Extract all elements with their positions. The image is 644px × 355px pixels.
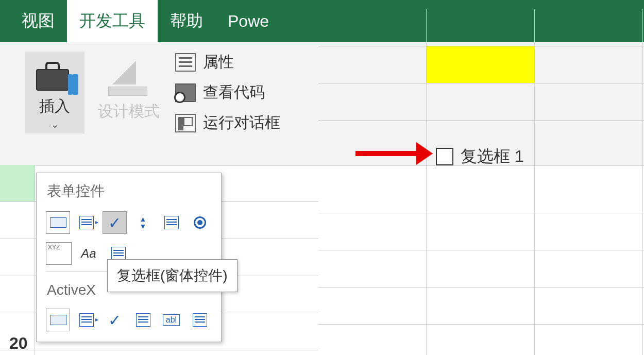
highlighted-cell[interactable] bbox=[427, 46, 535, 83]
properties-button[interactable]: 属性 bbox=[175, 52, 280, 73]
insert-controls-popup: 表单控件 ✓ ▲▼ XYZ Aa ActiveX ✓ abl bbox=[36, 173, 222, 342]
design-mode-icon bbox=[108, 57, 149, 98]
tab-help[interactable]: 帮助 bbox=[158, 0, 215, 42]
listbox-control[interactable] bbox=[159, 211, 183, 234]
chevron-down-icon: ⌄ bbox=[51, 119, 59, 130]
toolbox-icon bbox=[34, 57, 75, 93]
spinner-control[interactable]: ▲▼ bbox=[131, 211, 155, 234]
checkbox-control[interactable]: ✓ bbox=[103, 211, 127, 234]
properties-label: 属性 bbox=[203, 52, 234, 73]
form-controls-section-title: 表单控件 bbox=[37, 173, 221, 207]
row-headers bbox=[0, 165, 35, 355]
ax-scrollbar-control[interactable] bbox=[188, 309, 212, 331]
design-mode-label: 设计模式 bbox=[98, 101, 160, 122]
combobox-control[interactable] bbox=[74, 211, 98, 234]
run-dialog-button[interactable]: 运行对话框 bbox=[175, 112, 280, 133]
button-control[interactable] bbox=[46, 211, 70, 234]
ax-listbox-control[interactable] bbox=[131, 309, 155, 331]
insert-controls-button[interactable]: 插入 ⌄ bbox=[25, 52, 84, 133]
view-code-button[interactable]: 查看代码 bbox=[175, 82, 280, 103]
label-control[interactable]: Aa bbox=[76, 242, 101, 265]
checkbox-label: 复选框 1 bbox=[461, 145, 524, 168]
design-mode-button[interactable]: 设计模式 bbox=[89, 52, 169, 127]
tab-developer[interactable]: 开发工具 bbox=[67, 0, 158, 42]
optionbutton-control[interactable] bbox=[188, 211, 212, 234]
groupbox-control[interactable]: XYZ bbox=[46, 242, 72, 265]
checkbox-icon bbox=[436, 148, 453, 165]
row-number: 20 bbox=[9, 334, 28, 353]
properties-icon bbox=[175, 53, 196, 72]
tooltip: 复选框(窗体控件) bbox=[107, 259, 238, 292]
tab-view[interactable]: 视图 bbox=[9, 0, 67, 42]
view-code-icon bbox=[175, 83, 196, 102]
tab-power[interactable]: Powe bbox=[215, 0, 281, 42]
run-dialog-label: 运行对话框 bbox=[203, 112, 280, 133]
ax-checkbox-control[interactable]: ✓ bbox=[103, 309, 127, 331]
spreadsheet-grid[interactable] bbox=[318, 9, 644, 355]
view-code-label: 查看代码 bbox=[203, 82, 265, 103]
inserted-checkbox[interactable]: 复选框 1 bbox=[436, 145, 524, 168]
ax-combobox-control[interactable] bbox=[74, 309, 98, 331]
annotation-arrow bbox=[355, 142, 433, 165]
insert-label: 插入 bbox=[39, 96, 70, 117]
ax-button-control[interactable] bbox=[46, 309, 70, 331]
ax-textbox-control[interactable]: abl bbox=[159, 309, 183, 331]
run-dialog-icon bbox=[175, 114, 196, 132]
